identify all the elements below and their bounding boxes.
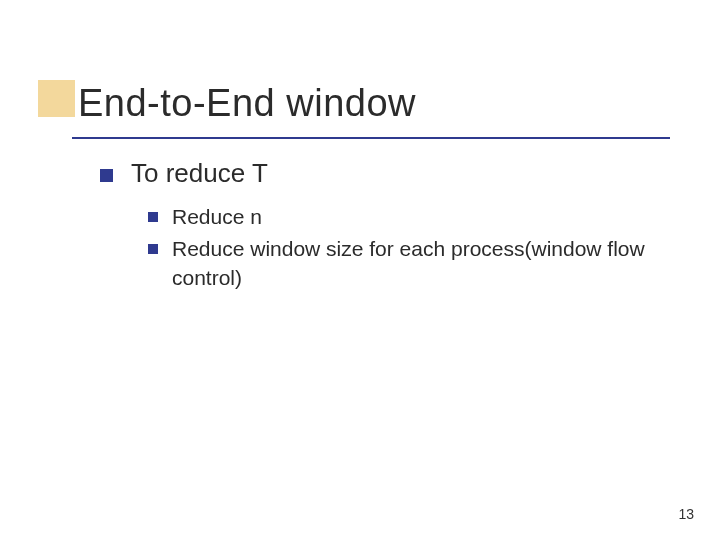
bullet-level1: To reduce T (100, 158, 660, 189)
bullet-level2-text: Reduce window size for each process(wind… (172, 235, 660, 292)
bullet-level2: Reduce window size for each process(wind… (148, 235, 660, 292)
bullet-level2-group: Reduce n Reduce window size for each pro… (148, 203, 660, 292)
bullet-level1-text: To reduce T (131, 158, 268, 189)
slide-title: End-to-End window (78, 82, 416, 125)
accent-square (38, 80, 75, 117)
square-bullet-icon (100, 169, 113, 182)
page-number: 13 (678, 506, 694, 522)
slide: End-to-End window To reduce T Reduce n R… (0, 0, 720, 540)
square-bullet-icon (148, 212, 158, 222)
square-bullet-icon (148, 244, 158, 254)
bullet-level2-text: Reduce n (172, 203, 262, 231)
bullet-level2: Reduce n (148, 203, 660, 231)
title-underline (72, 137, 670, 139)
content-area: To reduce T Reduce n Reduce window size … (100, 158, 660, 296)
